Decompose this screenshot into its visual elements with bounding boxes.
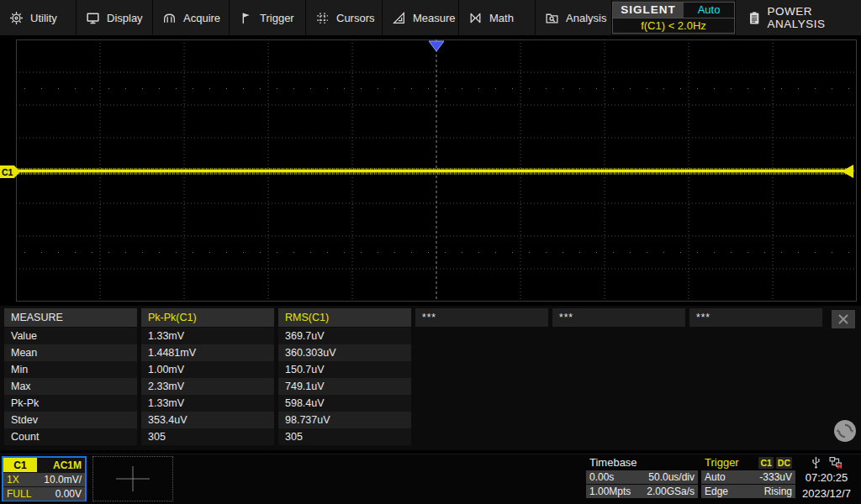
menu-label: Trigger: [260, 12, 294, 24]
measure-row-stdev: Stdev 353.4uV 98.737uV: [4, 412, 861, 428]
clipboard-icon: [749, 11, 759, 25]
monitor-icon: [86, 11, 100, 25]
trigger-type: Edge: [705, 486, 728, 497]
trigger-position-marker[interactable]: [428, 40, 445, 52]
menu-item-cursors[interactable]: Cursors: [306, 0, 383, 35]
circular-arrows-icon: [834, 420, 856, 442]
clock-time: 07:20:25: [794, 470, 859, 486]
channel1-descriptor-box[interactable]: C1 AC1M 1X 10.0mV/ FULL 0.00V: [2, 456, 87, 501]
measure-header-row: MEASURE Pk-Pk(C1) RMS(C1) *** *** ***: [4, 308, 861, 327]
measure-column-empty-2[interactable]: ***: [552, 308, 685, 327]
crosshatch-icon: [315, 11, 330, 25]
trigger-title: Trigger: [705, 456, 739, 469]
trigger-frequency: f(C1) < 2.0Hz: [613, 18, 734, 34]
channel1-offset: 0.00V: [55, 488, 82, 500]
trigger-descriptor-box[interactable]: Trigger C1 DC Auto -333uV Edge Rising: [701, 455, 795, 498]
measure-column-empty-3[interactable]: ***: [689, 308, 822, 327]
menu-item-utility[interactable]: Utility: [0, 0, 77, 35]
trigger-level: -333uV: [759, 471, 792, 483]
timebase-sample-rate: 2.00GSa/s: [647, 486, 695, 497]
add-channel-box[interactable]: [92, 456, 173, 501]
oscilloscope-screen: Utility Display Acquire Trigger Cursors: [0, 0, 861, 504]
channel1-trace: [17, 168, 853, 175]
trigger-mode: Auto: [705, 471, 726, 483]
menu-label: Utility: [30, 12, 57, 24]
measure-row-min: Min 1.00mV 150.7uV: [4, 361, 861, 378]
timebase-scale: 50.0us/div: [648, 471, 695, 483]
menu-label: Display: [107, 12, 143, 24]
arch-icon: [162, 11, 177, 25]
triangle-ruler-icon: [392, 11, 406, 25]
timebase-memory: 1.00Mpts: [589, 486, 631, 497]
menu-bar: Utility Display Acquire Trigger Cursors: [0, 0, 861, 35]
measure-column-rms[interactable]: RMS(C1): [278, 308, 411, 327]
trigger-coupling-chip: DC: [776, 457, 792, 469]
measure-close-button[interactable]: [832, 310, 855, 328]
measure-row-count: Count 305 305: [4, 428, 861, 445]
system-status-box: 07:20:25 2023/12/7: [794, 455, 859, 501]
channel1-bandwidth: FULL: [7, 488, 31, 500]
trigger-slope: Rising: [764, 486, 792, 497]
measure-row-max: Max 2.33mV 749.1uV: [4, 378, 861, 395]
power-analysis-button[interactable]: POWER ANALYSIS: [735, 0, 861, 35]
measure-title: MEASURE: [4, 308, 137, 327]
menu-item-trigger[interactable]: Trigger: [230, 0, 306, 35]
channel1-coupling: AC1M: [37, 458, 85, 472]
menu-item-acquire[interactable]: Acquire: [153, 0, 230, 35]
clock-date: 2023/12/7: [794, 486, 859, 501]
waveform-display: C1: [0, 35, 861, 306]
close-icon: [837, 314, 849, 324]
circular-arrows-button[interactable]: [834, 420, 856, 442]
bottom-info-bar: C1 AC1M 1X 10.0mV/ FULL 0.00V Timebase 0…: [0, 454, 861, 504]
folder-search-icon: [545, 11, 559, 25]
channel1-name-chip: C1: [3, 458, 37, 472]
measure-column-empty-1[interactable]: ***: [415, 308, 548, 327]
menu-label: Cursors: [336, 12, 375, 24]
measure-panel: MEASURE Pk-Pk(C1) RMS(C1) *** *** *** Va…: [0, 306, 861, 450]
menu-label: Analysis: [566, 12, 606, 24]
menu-item-measure[interactable]: Measure: [383, 0, 459, 35]
power-analysis-label: POWER ANALYSIS: [767, 5, 861, 30]
trigger-source-chip: C1: [758, 457, 773, 469]
channel1-scale: 10.0mV/: [44, 474, 82, 486]
lan-disconnected-icon: [829, 456, 843, 469]
trigger-level-marker[interactable]: [842, 165, 853, 178]
measure-column-pkpk[interactable]: Pk-Pk(C1): [141, 308, 274, 327]
menu-item-analysis[interactable]: Analysis: [536, 0, 612, 35]
usb-icon: [811, 456, 821, 469]
timebase-title: Timebase: [586, 455, 698, 470]
measure-row-value: Value 1.33mV 369.7uV: [4, 328, 861, 344]
trigger-status-box: SIGLENT Auto f(C1) < 2.0Hz: [612, 2, 735, 34]
timebase-descriptor-box[interactable]: Timebase 0.00s 50.0us/div 1.00Mpts 2.00G…: [586, 455, 698, 498]
siglent-logo: SIGLENT: [613, 3, 684, 18]
bowtie-icon: [468, 11, 483, 25]
channel1-probe: 1X: [7, 474, 19, 486]
measure-row-pkpk: Pk-Pk 1.33mV 598.4uV: [4, 395, 861, 412]
flag-icon: [239, 11, 253, 25]
menu-item-math[interactable]: Math: [459, 0, 536, 35]
timebase-delay: 0.00s: [589, 471, 614, 483]
gear-icon: [9, 11, 24, 25]
menu-label: Acquire: [183, 12, 220, 24]
menu-label: Measure: [413, 12, 456, 24]
menu-item-display[interactable]: Display: [77, 0, 153, 35]
crosshair-plus-icon: [114, 465, 151, 493]
measure-row-mean: Mean 1.4481mV 360.303uV: [4, 344, 861, 361]
acquisition-status: Auto: [684, 3, 734, 18]
menu-label: Math: [489, 12, 514, 24]
